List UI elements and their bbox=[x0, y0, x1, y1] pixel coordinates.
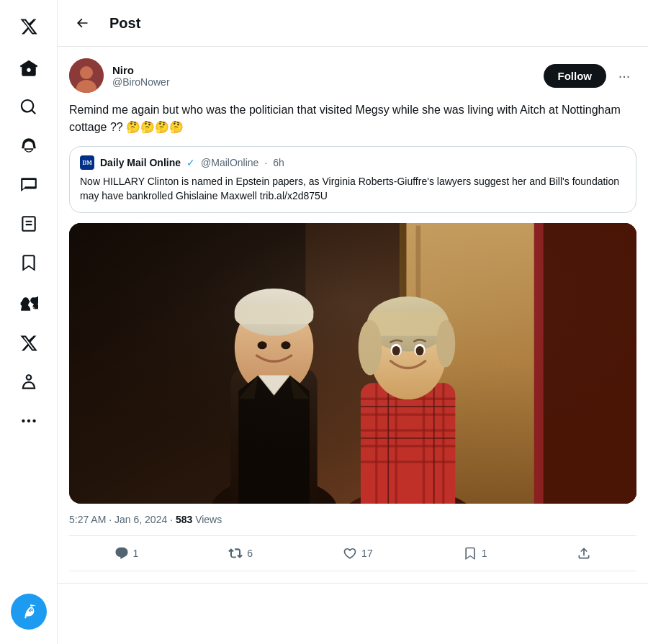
quoted-header: DM Daily Mail Online ✓ @MailOnline · 6h bbox=[70, 147, 636, 174]
svg-point-1 bbox=[80, 66, 93, 79]
sidebar-item-x-logo[interactable] bbox=[11, 9, 47, 45]
like-count: 17 bbox=[361, 548, 373, 559]
sidebar-item-more[interactable] bbox=[11, 403, 47, 439]
bookmark-button[interactable]: 1 bbox=[454, 540, 496, 566]
quoted-handle: @MailOnline bbox=[201, 157, 258, 168]
svg-rect-45 bbox=[69, 223, 636, 504]
sidebar-item-profile[interactable] bbox=[11, 364, 47, 400]
author-info: Niro @BiroNower bbox=[112, 64, 170, 88]
retweet-button[interactable]: 6 bbox=[220, 540, 261, 566]
compose-button[interactable] bbox=[11, 594, 47, 630]
quoted-source-name: Daily Mail Online bbox=[100, 157, 181, 168]
sidebar-item-lists[interactable] bbox=[11, 206, 47, 242]
reply-count: 1 bbox=[133, 548, 139, 559]
post-header: Post bbox=[58, 0, 648, 47]
sidebar-item-people[interactable] bbox=[11, 286, 47, 322]
avatar[interactable] bbox=[69, 58, 104, 93]
bookmark-count: 1 bbox=[482, 548, 487, 559]
quoted-text: Now HILLARY Clinton is named in Epstein … bbox=[70, 174, 636, 212]
sidebar-item-bookmarks[interactable] bbox=[11, 245, 47, 281]
sidebar-item-home[interactable] bbox=[11, 50, 47, 86]
header-title: Post bbox=[109, 15, 140, 32]
svg-text:DM: DM bbox=[83, 160, 93, 166]
action-bar: 1 6 17 1 bbox=[69, 536, 636, 571]
post-metadata: 5:27 AM · Jan 6, 2024 · 583 Views bbox=[69, 514, 636, 525]
follow-button[interactable]: Follow bbox=[544, 64, 607, 88]
quoted-tweet[interactable]: DM Daily Mail Online ✓ @MailOnline · 6h … bbox=[69, 146, 636, 213]
post-image bbox=[69, 223, 636, 504]
author-row: Niro @BiroNower Follow ··· bbox=[69, 58, 636, 93]
verified-badge: ✓ bbox=[186, 157, 195, 168]
main-content: Post Niro bbox=[58, 0, 648, 644]
post-container: Niro @BiroNower Follow ··· Remind me aga… bbox=[58, 47, 648, 584]
share-button[interactable] bbox=[568, 540, 600, 566]
sidebar-item-notifications[interactable] bbox=[11, 128, 47, 164]
quoted-time-value: 6h bbox=[273, 157, 284, 168]
sidebar-item-premium[interactable] bbox=[11, 325, 47, 361]
author-name[interactable]: Niro bbox=[112, 64, 170, 76]
author-right: Follow ··· bbox=[544, 63, 637, 88]
quoted-time: · bbox=[264, 157, 267, 168]
retweet-count: 6 bbox=[247, 548, 253, 559]
sidebar bbox=[0, 0, 58, 644]
more-options-button[interactable]: ··· bbox=[612, 63, 636, 88]
quoted-source-icon: DM bbox=[80, 155, 94, 170]
back-button[interactable] bbox=[69, 10, 95, 36]
post-text: Remind me again but who was the politici… bbox=[69, 101, 636, 136]
author-left: Niro @BiroNower bbox=[69, 58, 170, 93]
like-button[interactable]: 17 bbox=[334, 540, 382, 566]
author-handle[interactable]: @BiroNower bbox=[112, 76, 170, 88]
reply-button[interactable]: 1 bbox=[106, 540, 148, 566]
sidebar-item-search[interactable] bbox=[11, 89, 47, 125]
avatar-image bbox=[69, 58, 104, 93]
sidebar-item-messages[interactable] bbox=[11, 167, 47, 203]
